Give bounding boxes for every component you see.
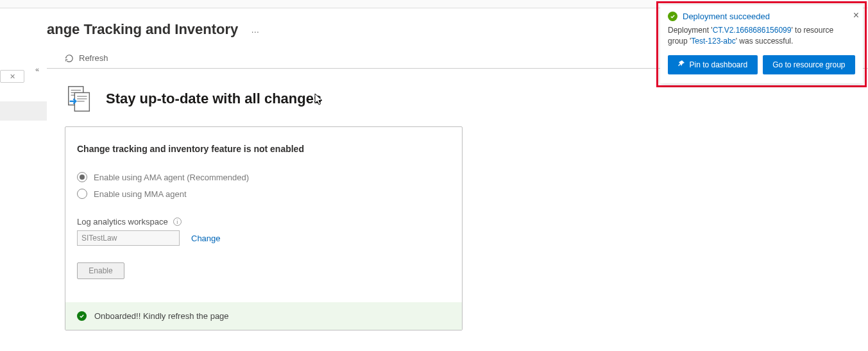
enable-card: Change tracking and inventory feature is… (65, 126, 463, 330)
change-link[interactable]: Change (191, 234, 221, 243)
radio-ama[interactable]: Enable using AMA agent (Recommended) (77, 172, 450, 182)
toast-body-suffix: ' was successful. (736, 37, 794, 46)
toast-highlight-box: × Deployment succeeded Deployment 'CT.V2… (656, 1, 867, 87)
pin-btn-label: Pin to dashboard (689, 60, 747, 69)
radio-ama-label: Enable using AMA agent (Recommended) (94, 173, 249, 182)
toast-actions: Pin to dashboard Go to resource group (668, 55, 855, 74)
radio-icon (77, 172, 87, 182)
toast-title-row: Deployment succeeded (668, 12, 855, 21)
close-panel-button[interactable]: ✕ (0, 70, 24, 83)
workspace-label: Log analytics workspace (77, 217, 168, 227)
documents-icon (65, 84, 94, 114)
success-check-icon (77, 311, 87, 321)
workspace-input-row: Change (77, 230, 450, 246)
enable-button: Enable (77, 262, 124, 279)
toast-body: Deployment 'CT.V2.1668686156099' to reso… (668, 25, 855, 47)
svg-rect-4 (74, 92, 89, 111)
radio-mma-label: Enable using MMA agent (94, 189, 187, 199)
nav-selection[interactable] (0, 101, 47, 121)
info-icon[interactable]: i (173, 218, 182, 226)
radio-mma[interactable]: Enable using MMA agent (77, 189, 450, 199)
refresh-button[interactable]: Refresh (79, 53, 108, 63)
left-column: ✕ (0, 8, 47, 351)
radio-icon (77, 189, 87, 199)
resource-group-link[interactable]: Test-123-abc (691, 37, 735, 46)
workspace-input (77, 230, 180, 246)
page-title: ange Tracking and Inventory (15, 21, 238, 38)
more-actions-ellipsis[interactable]: … (251, 25, 260, 35)
toast-title[interactable]: Deployment succeeded (683, 12, 770, 21)
pin-icon (677, 60, 685, 69)
status-text: Onboarded!! Kindly refresh the page (94, 311, 229, 321)
deployment-toast: × Deployment succeeded Deployment 'CT.V2… (660, 5, 863, 83)
success-check-icon (668, 12, 677, 21)
go-to-resource-group-button[interactable]: Go to resource group (763, 55, 855, 74)
status-strip: Onboarded!! Kindly refresh the page (65, 302, 462, 330)
toast-body-prefix: Deployment ' (668, 26, 713, 35)
card-heading: Change tracking and inventory feature is… (77, 144, 450, 154)
pin-to-dashboard-button[interactable]: Pin to dashboard (668, 55, 758, 74)
refresh-icon[interactable] (65, 54, 74, 63)
workspace-field-label-row: Log analytics workspace i (77, 217, 450, 227)
close-icon[interactable]: × (853, 10, 859, 21)
collapse-chevron-icon[interactable]: « (35, 65, 39, 73)
hero-title: Stay up-to-date with all changes (106, 90, 321, 107)
deployment-link[interactable]: CT.V2.1668686156099 (713, 26, 792, 35)
